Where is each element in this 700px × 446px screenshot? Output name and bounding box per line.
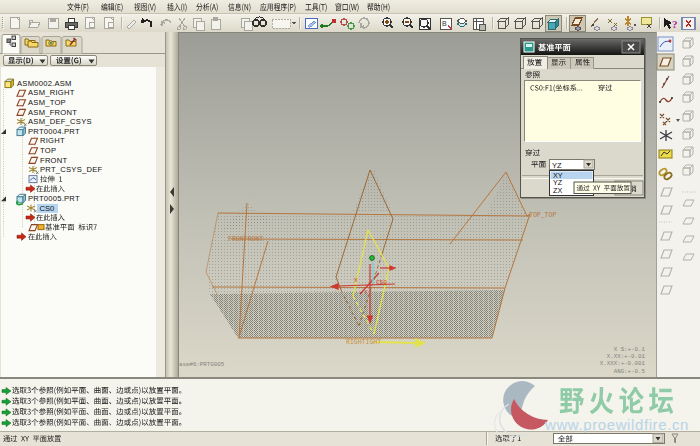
svg-text:www.proewildfire.cn: www.proewildfire.cn [544,416,689,433]
svg-text:ZX: ZX [553,186,562,195]
